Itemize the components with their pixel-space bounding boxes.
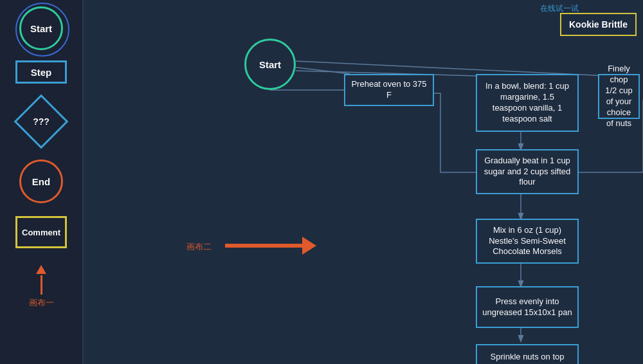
chop-text: Finely chop 1/2 cup of your choice of nu… bbox=[604, 64, 633, 129]
sidebar-arrow-area: 画布一 bbox=[29, 265, 54, 309]
sidebar-start-label: Start bbox=[30, 23, 52, 34]
sidebar-decision-shape[interactable]: ??? bbox=[19, 99, 64, 144]
sidebar-decision-label: ??? bbox=[33, 116, 50, 127]
kookie-brittle-label: Kookie Brittle bbox=[569, 19, 628, 30]
blend-text: In a bowl, blend: 1 cup margarine, 1.5 t… bbox=[482, 81, 572, 125]
beat-text: Gradually beat in 1 cup sugar and 2 cups… bbox=[482, 156, 572, 188]
sidebar-end-shape[interactable]: End bbox=[19, 159, 63, 203]
sidebar-step-label: Step bbox=[31, 67, 52, 78]
press-text: Press evenly into ungreased 15x10x1 pan bbox=[482, 296, 572, 318]
top-right-label: 在线试一试 bbox=[540, 3, 579, 14]
arrow-line bbox=[41, 275, 42, 295]
beat-node[interactable]: Gradually beat in 1 cup sugar and 2 cups… bbox=[476, 149, 579, 194]
canvas-two-label: 画布二 bbox=[186, 241, 212, 253]
press-node[interactable]: Press evenly into ungreased 15x10x1 pan bbox=[476, 286, 579, 328]
sidebar: Start Step ??? End Comment 画布一 bbox=[0, 0, 84, 364]
sidebar-start-shape[interactable]: Start bbox=[19, 6, 63, 50]
mix-node[interactable]: Mix in 6 oz (1 cup) Nestle's Semi-Sweet … bbox=[476, 219, 579, 264]
red-arrow-head-icon bbox=[302, 237, 316, 255]
sidebar-comment-shape[interactable]: Comment bbox=[15, 216, 67, 248]
sprinkle-node[interactable]: Sprinkle nuts on top bbox=[476, 344, 579, 364]
start-node[interactable]: Start bbox=[244, 39, 296, 90]
sidebar-end-label: End bbox=[32, 176, 50, 187]
canvas-one-label: 画布一 bbox=[29, 297, 54, 309]
preheat-text: Preheat oven to 375 F bbox=[350, 79, 428, 101]
main-canvas[interactable]: Start Preheat oven to 375 F In a bowl, b… bbox=[84, 0, 643, 364]
blend-node[interactable]: In a bowl, blend: 1 cup margarine, 1.5 t… bbox=[476, 74, 579, 132]
up-arrow-icon bbox=[36, 265, 46, 274]
mix-text: Mix in 6 oz (1 cup) Nestle's Semi-Sweet … bbox=[482, 225, 572, 258]
sidebar-comment-label: Comment bbox=[22, 228, 60, 237]
chop-node[interactable]: Finely chop 1/2 cup of your choice of nu… bbox=[598, 74, 640, 119]
start-node-label: Start bbox=[259, 59, 281, 70]
preheat-node[interactable]: Preheat oven to 375 F bbox=[344, 74, 434, 106]
red-arrow bbox=[225, 237, 316, 255]
kookie-brittle-note[interactable]: Kookie Brittle bbox=[560, 13, 637, 36]
sidebar-step-shape[interactable]: Step bbox=[15, 60, 67, 84]
red-arrow-line bbox=[225, 244, 302, 248]
sprinkle-text: Sprinkle nuts on top bbox=[491, 352, 565, 363]
